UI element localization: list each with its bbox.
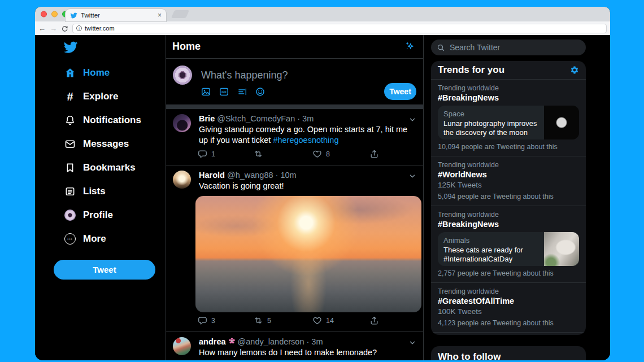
- trends-header: Trends for you: [431, 61, 586, 80]
- url-text: twitter.com: [85, 25, 115, 32]
- cat-photo: [544, 232, 579, 266]
- add-gif-icon[interactable]: GIF: [217, 85, 230, 98]
- trend-context: Trending worldwide: [438, 211, 579, 219]
- quote-text: These cats are ready for #InternationalC…: [443, 246, 539, 264]
- trend-meta: 5,094 people are Tweeting about this: [438, 193, 579, 200]
- show-more-link[interactable]: Show more: [431, 333, 586, 335]
- retweet-button[interactable]: 5: [253, 316, 271, 325]
- sidebar-item-profile[interactable]: Profile: [35, 203, 166, 227]
- back-icon[interactable]: ←: [38, 25, 46, 32]
- sidebar-item-label: Notifications: [83, 115, 141, 126]
- tweet-actions: 3 5 14: [199, 316, 415, 327]
- chevron-down-icon[interactable]: [408, 172, 416, 180]
- sidebar-item-messages[interactable]: Messages: [35, 132, 166, 156]
- trend-tag: #WorldNews: [438, 170, 579, 179]
- composer-tweet-button[interactable]: Tweet: [384, 83, 416, 100]
- tweet-button[interactable]: Tweet: [54, 260, 155, 280]
- chevron-down-icon[interactable]: [408, 339, 416, 347]
- close-window-button[interactable]: [41, 11, 47, 18]
- retweet-button[interactable]: [253, 149, 267, 159]
- tweet-handle: @andy_landerson: [238, 337, 304, 346]
- tweet-handle: @Sktch_ComedyFan: [217, 114, 295, 123]
- add-image-icon[interactable]: [199, 85, 212, 98]
- sidebar-item-bookmarks[interactable]: Bookmarks: [35, 156, 166, 180]
- tweet-author[interactable]: Brie: [199, 114, 215, 123]
- tweet-handle: @h_wang88: [227, 171, 273, 180]
- tab-close-icon[interactable]: ×: [158, 12, 162, 19]
- sidebar-item-lists[interactable]: Lists: [35, 180, 166, 203]
- twitter-logo-icon[interactable]: [63, 40, 78, 55]
- sidebar-item-label: Explore: [83, 91, 118, 102]
- timeline-sparkle-icon[interactable]: [404, 41, 415, 52]
- hashtag-link[interactable]: #heregoesnothing: [273, 136, 338, 145]
- browser-tab-bar: Twitter ×: [35, 7, 610, 21]
- who-to-follow-title: Who to follow: [431, 346, 586, 360]
- timeline-column: Home What's happening? GIF Tweet: [166, 35, 424, 360]
- quote-text: Lunar photography improves the discovery…: [443, 119, 539, 137]
- tweet-author[interactable]: andrea: [199, 337, 226, 346]
- add-emoji-icon[interactable]: [253, 85, 267, 98]
- avatar[interactable]: [173, 171, 191, 189]
- tweet-brie[interactable]: Brie @Sktch_ComedyFan · 3m Giving standu…: [166, 109, 423, 165]
- refresh-icon[interactable]: [61, 25, 68, 32]
- forward-icon[interactable]: →: [50, 25, 57, 32]
- composer-input[interactable]: What's happening?: [201, 69, 288, 81]
- search-input[interactable]: [450, 43, 568, 52]
- bell-icon: [64, 115, 76, 126]
- quote-category: Space: [443, 110, 539, 118]
- tweet-author[interactable]: Harold: [199, 171, 225, 180]
- sidebar-item-label: Bookmarks: [83, 162, 136, 173]
- reply-button[interactable]: 3: [198, 316, 215, 325]
- tweet-text: Giving standup comedy a go. Open mic sta…: [199, 124, 412, 146]
- trend-quote-card[interactable]: Space Lunar photography improves the dis…: [438, 106, 579, 139]
- trend-item[interactable]: Trending worldwide #BreakingNews Space L…: [431, 80, 586, 156]
- trend-quote-card[interactable]: Animals These cats are ready for #Intern…: [438, 232, 579, 266]
- tweet-andrea[interactable]: andrea @andy_landerson · 3m How many lem…: [166, 332, 423, 360]
- add-poll-icon[interactable]: [235, 85, 249, 98]
- sidebar-item-label: Lists: [83, 186, 106, 197]
- avatar[interactable]: [173, 337, 191, 355]
- envelope-icon: [64, 138, 76, 150]
- trend-tweet-count: 125K Tweets: [438, 181, 579, 189]
- trend-item[interactable]: Trending worldwide #WorldNews 125K Tweet…: [431, 156, 586, 206]
- trend-item[interactable]: Trending worldwide #BreakingNews Animals…: [431, 206, 586, 283]
- address-bar[interactable]: i twitter.com: [72, 24, 607, 33]
- share-button[interactable]: [369, 316, 379, 325]
- minimize-window-button[interactable]: [51, 11, 58, 18]
- gear-icon[interactable]: [570, 66, 579, 75]
- trend-item[interactable]: Trending worldwide #GreatestOfAllTime 10…: [431, 283, 586, 333]
- like-button[interactable]: 14: [312, 316, 334, 325]
- sidebar-item-label: Messages: [83, 138, 129, 150]
- avatar[interactable]: [173, 114, 191, 132]
- list-icon: [64, 186, 76, 197]
- trend-tag: #GreatestOfAllTime: [438, 296, 579, 306]
- reply-button[interactable]: 1: [198, 149, 215, 159]
- twitter-page: Home # Explore Notifications Messages Bo…: [35, 35, 610, 360]
- new-tab-button[interactable]: [171, 10, 189, 18]
- trend-meta: 2,757 people are Tweeting about this: [438, 269, 579, 277]
- browser-tab-twitter[interactable]: Twitter ×: [66, 9, 166, 21]
- sidebar-item-explore[interactable]: # Explore: [35, 85, 166, 108]
- quote-category: Animals: [443, 236, 539, 245]
- trend-context: Trending worldwide: [438, 84, 579, 92]
- like-button[interactable]: 8: [312, 149, 330, 159]
- share-button[interactable]: [369, 149, 379, 159]
- trend-context: Trending worldwide: [438, 287, 579, 295]
- tab-title: Twitter: [81, 12, 154, 19]
- trend-meta: 4,123 people are Tweeting about this: [438, 319, 579, 327]
- chevron-down-icon[interactable]: [408, 116, 416, 124]
- sidebar-item-more[interactable]: ••• More: [35, 227, 166, 251]
- tweet-text: How many lemons do I need to make lemona…: [199, 347, 412, 358]
- sidebar-item-home[interactable]: Home: [35, 61, 166, 85]
- tweet-harold[interactable]: Harold @h_wang88 · 10m Vacation is going…: [166, 165, 423, 332]
- composer-avatar[interactable]: [173, 66, 192, 85]
- sidebar-item-label: Profile: [83, 210, 113, 221]
- tweet-photo-sunset[interactable]: [195, 196, 421, 312]
- tweet-text: Vacation is going great!: [199, 181, 412, 191]
- tweet-actions: 1 8: [199, 149, 415, 160]
- trend-meta: 10,094 people are Tweeting about this: [438, 143, 579, 151]
- tweet-time: · 10m: [276, 171, 297, 180]
- search-bar[interactable]: [431, 40, 586, 55]
- sidebar-item-notifications[interactable]: Notifications: [35, 108, 166, 132]
- page-info-icon[interactable]: i: [76, 25, 82, 31]
